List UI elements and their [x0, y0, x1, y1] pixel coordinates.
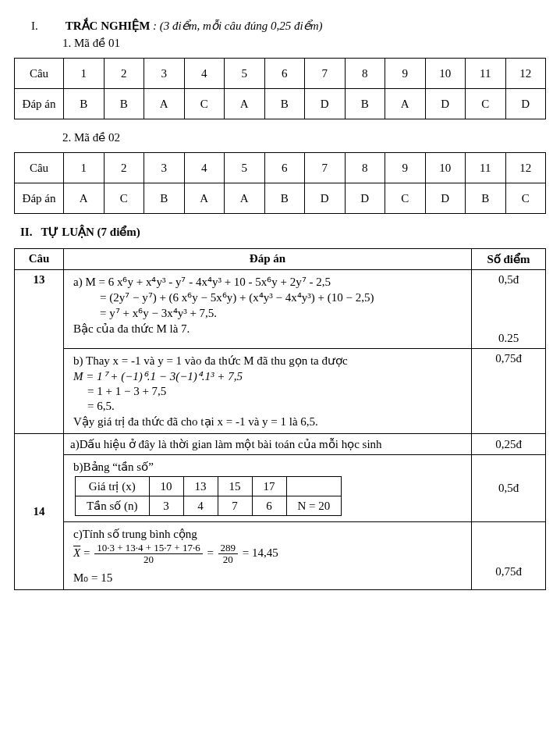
- cell: B: [264, 183, 305, 214]
- q13b-line2: M = 1⁷ + (−1)⁶.1 − 3(−1)⁴.1³ + 7,5: [73, 369, 465, 383]
- cell: B: [144, 183, 185, 214]
- q13b-line1: b) Thay x = -1 và y = 1 vào đa thức M đã…: [73, 354, 465, 368]
- q14b-points: 0,5đ: [472, 455, 546, 522]
- q14c-formula: X = 10·3 + 13·4 + 15·7 + 17·6 20 = 289 2…: [73, 543, 465, 564]
- cell: D: [305, 183, 346, 214]
- cell: A: [144, 89, 185, 119]
- q14a-content: a)Dấu hiệu ở đây là thời gian làm một bà…: [64, 434, 472, 455]
- cell: 7: [218, 496, 252, 516]
- cell: 4: [183, 496, 218, 516]
- q13-number: 13: [15, 270, 64, 434]
- cell: D: [425, 183, 466, 214]
- frac1-den: 20: [94, 554, 203, 565]
- cell: 4: [184, 153, 225, 183]
- cell: 1: [64, 153, 105, 183]
- q13a-line3: = y⁷ + x⁶y − 3x⁴y³ + 7,5.: [73, 306, 465, 320]
- cell: D: [345, 183, 385, 214]
- cell: 12: [505, 59, 546, 89]
- cell: 10: [149, 477, 183, 496]
- freq-header-x: Giá trị (x): [76, 477, 150, 496]
- cell: B: [264, 89, 305, 119]
- solution-table: Câu Đáp án Số điểm 13 a) M = 6 x⁶y + x⁴y…: [14, 248, 546, 590]
- cell: 5: [225, 59, 265, 89]
- q13a-content: a) M = 6 x⁶y + x⁴y³ - y⁷ - 4x⁴y³ + 10 - …: [64, 270, 472, 349]
- freq-header-n: Tần số (n): [76, 496, 150, 516]
- frac1-num: 10·3 + 13·4 + 15·7 + 17·6: [94, 543, 203, 554]
- cell: C: [466, 89, 506, 119]
- cell: 2: [104, 153, 144, 183]
- col-header-cau: Câu: [15, 153, 64, 183]
- cell: 9: [385, 153, 426, 183]
- cell: C: [184, 89, 225, 119]
- cell: 13: [183, 477, 218, 496]
- q13a-points: 0,5đ 0.25: [472, 270, 546, 349]
- q14b-content: b)Bảng “tần số” Giá trị (x) 10 13 15 17 …: [64, 455, 472, 522]
- cell: 3: [144, 153, 185, 183]
- cell: 7: [305, 153, 346, 183]
- cell: 11: [466, 153, 506, 183]
- cell: 8: [345, 153, 385, 183]
- q14c-result: = 14,45: [243, 546, 278, 559]
- q13b-line4: = 6,5.: [73, 400, 465, 413]
- cell: B: [64, 89, 105, 119]
- cell: 12: [505, 153, 546, 183]
- made-01-label: 1. Mã đề 01: [62, 36, 546, 50]
- frequency-table: Giá trị (x) 10 13 15 17 Tần số (n) 3 4 7…: [75, 476, 342, 516]
- cell: 10: [425, 153, 466, 183]
- q13b-line5: Vậy giá trị đa thức đã cho tại x = -1 và…: [73, 415, 465, 429]
- cell: D: [305, 89, 346, 119]
- cell: 9: [385, 59, 426, 89]
- section-1-title: TRẮC NGHIỆM: [66, 20, 151, 32]
- cell: A: [225, 89, 265, 119]
- cell: 11: [466, 59, 506, 89]
- q13a-line1: a) M = 6 x⁶y + x⁴y³ - y⁷ - 4x⁴y³ + 10 - …: [73, 275, 465, 289]
- cell: 7: [305, 59, 346, 89]
- cell: 17: [252, 477, 286, 496]
- cell: 8: [345, 59, 385, 89]
- made-02-label: 2. Mã đề 02: [62, 130, 546, 144]
- cell: D: [425, 89, 466, 119]
- cell: 6: [252, 496, 286, 516]
- answer-table-2: Câu 1 2 3 4 5 6 7 8 9 10 11 12 Đáp án A …: [14, 152, 546, 214]
- cell: A: [385, 89, 426, 119]
- sol-header-diem: Số điểm: [472, 249, 546, 270]
- q14c-points: 0,75đ: [472, 522, 546, 590]
- section-1-header: I. TRẮC NGHIỆM : (3 điểm, mỗi câu đúng 0…: [31, 19, 546, 33]
- section-2-roman: II.: [20, 226, 32, 238]
- answer-table-1: Câu 1 2 3 4 5 6 7 8 9 10 11 12 Đáp án B …: [14, 58, 546, 119]
- cell: 4: [184, 59, 225, 89]
- q14-number: 14: [15, 434, 64, 590]
- cell: 2: [104, 59, 144, 89]
- cell: B: [466, 183, 506, 214]
- cell: A: [225, 183, 265, 214]
- q14c-line3: M₀ = 15: [73, 571, 465, 585]
- cell: 1: [64, 59, 105, 89]
- cell: C: [385, 183, 426, 214]
- section-2-header: II. TỰ LUẬN (7 điểm): [20, 225, 546, 239]
- cell: 3: [149, 496, 183, 516]
- q14b-line1: b)Bảng “tần số”: [73, 460, 465, 474]
- fraction-2: 289 20: [217, 543, 240, 564]
- q13b-line3: = 1 + 1 − 3 + 7,5: [73, 385, 465, 398]
- cell: A: [64, 183, 105, 214]
- cell: B: [345, 89, 385, 119]
- cell: A: [184, 183, 225, 214]
- frac2-den: 20: [218, 554, 239, 565]
- cell: 3: [144, 59, 185, 89]
- cell: 6: [264, 153, 305, 183]
- q13b-content: b) Thay x = -1 và y = 1 vào đa thức M đã…: [64, 349, 472, 434]
- sol-header-dapan: Đáp án: [64, 249, 472, 270]
- cell: 5: [225, 153, 265, 183]
- cell: B: [104, 89, 144, 119]
- row-header-dapan: Đáp án: [15, 183, 64, 214]
- col-header-cau: Câu: [15, 59, 64, 89]
- q13a-line4: Bậc của đa thức M là 7.: [73, 322, 465, 336]
- xbar-icon: X: [73, 547, 80, 559]
- q14c-content: c)Tính số trung bình cộng X = 10·3 + 13·…: [64, 522, 472, 590]
- cell: C: [505, 183, 546, 214]
- sol-header-cau: Câu: [15, 249, 64, 270]
- q13a-pt: 0,5đ: [478, 273, 539, 286]
- section-1-note: : (3 điểm, mỗi câu đúng 0,25 điểm): [153, 20, 322, 32]
- q14c-line1: c)Tính số trung bình cộng: [73, 527, 465, 541]
- section-2-title: TỰ LUẬN (7 điểm): [41, 226, 140, 238]
